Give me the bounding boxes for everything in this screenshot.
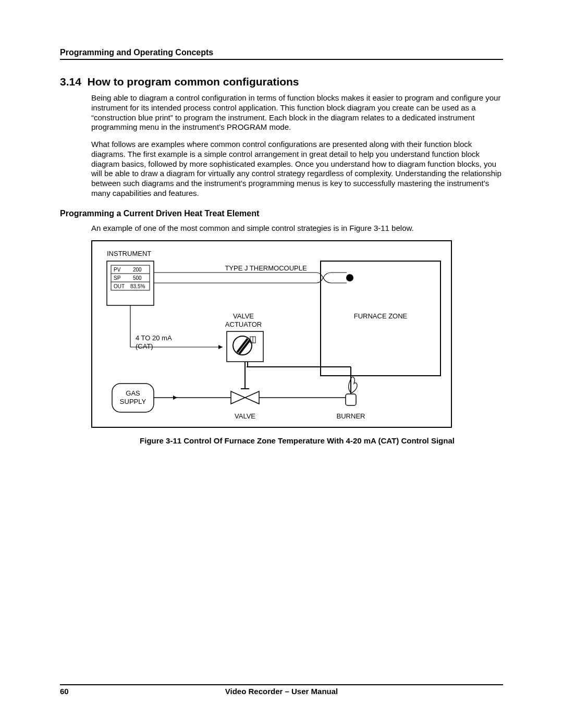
signal-label-2: (CAT) <box>136 342 153 350</box>
svg-rect-32 <box>346 394 356 405</box>
thermocouple-label: TYPE J THERMOCOUPLE <box>225 264 307 272</box>
header-rule <box>60 59 503 60</box>
svg-text:PV: PV <box>114 267 121 273</box>
figure-3-11: INSTRUMENT PV 200 SP 500 OUT 83.5% FURNA… <box>91 240 503 445</box>
svg-text:SP: SP <box>114 275 121 281</box>
sp-label: SP <box>114 275 121 281</box>
page-header: Programming and Operating Concepts <box>60 48 503 60</box>
page-footer: 60 Video Recorder – User Manual . <box>60 683 503 696</box>
pv-label: PV <box>114 267 121 273</box>
svg-text:83.5%: 83.5% <box>130 283 145 289</box>
section-number: 3.14 <box>60 76 81 88</box>
svg-text:500: 500 <box>133 275 142 281</box>
svg-text:4 TO 20 mA: 4 TO 20 mA <box>136 334 172 342</box>
svg-text:OUT: OUT <box>114 283 125 289</box>
footer-title: Video Recorder – User Manual <box>60 687 503 696</box>
section-label: Programming and Operating Concepts <box>60 48 213 57</box>
sp-value: 500 <box>133 275 142 281</box>
instrument-label: INSTRUMENT <box>107 250 151 257</box>
svg-marker-28 <box>231 391 245 404</box>
pv-value: 200 <box>133 267 142 273</box>
svg-marker-27 <box>173 396 177 400</box>
svg-marker-19 <box>218 345 223 349</box>
figure-caption: Figure 3-11 Control Of Furnace Zone Temp… <box>91 436 503 445</box>
signal-label-1: 4 TO 20 mA <box>136 334 172 342</box>
svg-text:200: 200 <box>133 267 142 273</box>
out-value: 83.5% <box>130 283 145 289</box>
out-label: OUT <box>114 283 125 289</box>
body-paragraph-2: What follows are examples where common c… <box>91 140 503 199</box>
svg-marker-29 <box>245 391 259 404</box>
footer-rule <box>60 684 503 685</box>
svg-point-12 <box>346 274 353 281</box>
gas-label-1: GAS <box>126 389 140 397</box>
valve-actuator-label1: VALVE <box>233 312 254 320</box>
valve-label: VALVE <box>235 412 255 420</box>
gas-label-2: SUPPLY <box>120 398 146 405</box>
furnace-label: FURNACE ZONE <box>354 312 408 320</box>
valve-actuator-label2: ACTUATOR <box>225 320 262 328</box>
section-title-text: How to program common configurations <box>88 76 299 88</box>
control-diagram: INSTRUMENT PV 200 SP 500 OUT 83.5% FURNA… <box>91 240 452 428</box>
body-paragraph-1: Being able to diagram a control configur… <box>91 93 503 132</box>
subsection-intro: An example of one of the most common and… <box>91 224 503 233</box>
burner-label: BURNER <box>337 412 365 420</box>
section-title: 3.14 How to program common configuration… <box>60 76 503 88</box>
subsection-title: Programming a Current Driven Heat Treat … <box>60 209 503 218</box>
